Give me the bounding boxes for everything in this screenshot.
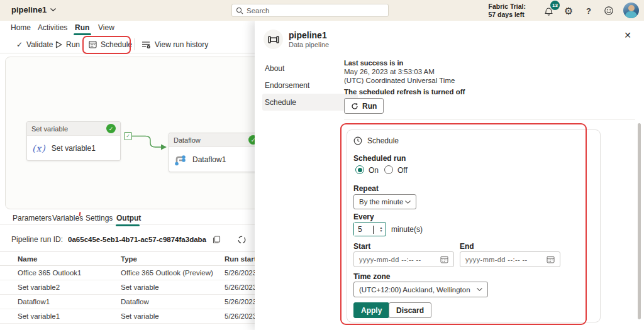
trial-badge: Fabric Trial: 57 days left (488, 3, 526, 18)
settings-button[interactable]: ⚙ (562, 4, 575, 17)
table-header-row: Name Type Run start (0, 251, 255, 266)
cell-name: Set variable1 (18, 312, 60, 320)
calendar-icon[interactable] (440, 255, 448, 263)
tab-output[interactable]: Output (116, 214, 141, 223)
schedule-section-header: Schedule (353, 136, 399, 145)
text-cursor (373, 226, 374, 234)
repeat-value: By the minute (359, 198, 403, 206)
panel-subtitle: Data pipeline (289, 41, 329, 48)
refresh-icon (351, 102, 358, 110)
dataflow-name: Dataflow1 (192, 155, 226, 164)
cell-run-start: 5/26/2023, 3 (225, 312, 255, 320)
nav-about-label: About (265, 64, 284, 73)
activity-runs-table: Name Type Run start Office 365 Outlook1 … (0, 251, 255, 324)
schedule-label: Schedule (101, 40, 132, 49)
calendar-icon[interactable] (547, 255, 555, 263)
global-search[interactable] (231, 4, 389, 17)
schedule-button[interactable]: Schedule (89, 36, 132, 53)
tab-view[interactable]: View (98, 23, 114, 32)
run-id-label: Pipeline run ID: (11, 235, 63, 244)
table-row[interactable]: Dataflow1 Dataflow 5/26/2023, 3 (0, 295, 255, 309)
clock-icon (353, 136, 362, 145)
radio-on[interactable] (355, 165, 364, 174)
tab-activities[interactable]: Activities (38, 23, 67, 32)
timezone-select[interactable]: (UTC+12:00) Auckland, Wellington (353, 282, 488, 297)
end-datetime-field[interactable]: yyyy-mm-dd --:-- -- (460, 251, 560, 267)
view-run-history-button[interactable]: View run history (142, 36, 208, 53)
cell-run-start: 5/26/2023, 3 (225, 283, 255, 291)
tab-parameters[interactable]: Parameters (13, 214, 52, 223)
play-icon (55, 41, 62, 48)
chevron-down-icon (405, 201, 411, 204)
dataflow-header-label: Dataflow (174, 136, 201, 144)
col-type[interactable]: Type (121, 255, 137, 263)
panel-run-label: Run (362, 102, 377, 111)
radio-off[interactable] (384, 165, 393, 174)
nav-schedule-label: Schedule (265, 98, 296, 107)
tab-run[interactable]: Run (75, 23, 89, 32)
timezone-label: Time zone (353, 272, 390, 281)
chevron-down-icon (50, 8, 56, 11)
avatar-face (628, 5, 635, 11)
every-input[interactable]: ▲ ▼ (353, 222, 386, 236)
top-bar: pipeline1 Fabric Trial: 57 days left 13 … (0, 0, 644, 21)
app-title-label: pipeline1 (11, 5, 47, 14)
run-button[interactable]: Run (55, 36, 80, 53)
divider (344, 119, 635, 120)
set-variable-node[interactable]: Set variable ✓ (x) Set variable1 (26, 121, 121, 161)
refresh-icon[interactable] (236, 234, 248, 245)
panel-title: pipeline1 (289, 30, 327, 40)
notifications-button[interactable]: 13 (542, 4, 555, 17)
start-placeholder: yyyy-mm-dd --:-- -- (359, 256, 421, 263)
ribbon-tabs: Home Activities Run View (0, 21, 255, 36)
repeat-label: Repeat (353, 184, 379, 193)
dataflow-node-body: Dataflow1 (169, 147, 262, 172)
trial-line1: Fabric Trial: (488, 3, 526, 11)
dataflow-node[interactable]: Dataflow ✓ Dataflow1 (169, 133, 263, 172)
pipeline-details-panel: pipeline1 Data pipeline ✕ About Endorsem… (255, 21, 644, 330)
panel-scrollbar[interactable] (638, 123, 641, 319)
success-check-icon: ✓ (106, 124, 116, 133)
stepper-down-icon[interactable]: ▼ (380, 229, 383, 233)
set-variable-node-body: (x) Set variable1 (27, 136, 120, 161)
repeat-select[interactable]: By the minute (353, 194, 416, 209)
search-input[interactable] (247, 7, 372, 14)
copy-icon[interactable] (211, 234, 223, 245)
validate-button[interactable]: ✓ Validate (16, 36, 53, 53)
cell-name: Office 365 Outlook1 (18, 269, 81, 277)
app-title[interactable]: pipeline1 (11, 5, 56, 14)
col-name[interactable]: Name (18, 255, 37, 263)
number-stepper[interactable]: ▲ ▼ (377, 223, 386, 236)
panel-run-button[interactable]: Run (344, 98, 384, 114)
toolbar-divider (134, 38, 135, 50)
active-bottom-tab-underline (116, 224, 140, 226)
tab-home[interactable]: Home (11, 23, 31, 32)
apply-button[interactable]: Apply (353, 302, 389, 318)
pipeline-run-id-row: Pipeline run ID: 0a65c45e-5eb1-4b71-ac57… (11, 234, 270, 245)
tab-settings[interactable]: Settings (86, 214, 113, 223)
notification-count-badge: 13 (550, 1, 560, 10)
start-label: Start (353, 242, 370, 251)
radio-on-label: On (369, 166, 379, 175)
start-datetime-field[interactable]: yyyy-mm-dd --:-- -- (353, 251, 454, 267)
table-row[interactable]: Office 365 Outlook1 Office 365 Outlook (… (0, 266, 255, 280)
table-row[interactable]: Set variable1 Set variable 5/26/2023, 3 (0, 309, 255, 324)
last-success-label: Last success is in (344, 59, 403, 67)
avatar-shirt (625, 11, 637, 18)
output-port-check[interactable]: ✓ (124, 132, 132, 140)
col-run-start[interactable]: Run start (225, 255, 255, 263)
timezone-value: (UTC+12:00) Auckland, Wellington (359, 286, 470, 294)
feedback-button[interactable] (602, 4, 615, 17)
schedule-section-label: Schedule (367, 136, 399, 145)
run-id-value: 0a65c45e-5eb1-4b71-ac57-c9874fa3daba (68, 236, 206, 243)
radio-off-label: Off (397, 166, 408, 175)
help-button[interactable]: ? (582, 4, 595, 17)
user-avatar[interactable] (623, 3, 639, 18)
validate-label: Validate (26, 40, 53, 49)
table-row[interactable]: Set variable2 Set variable 5/26/2023, 3 (0, 280, 255, 295)
end-placeholder: yyyy-mm-dd --:-- -- (465, 256, 528, 263)
discard-label: Discard (396, 306, 424, 315)
close-icon[interactable]: ✕ (621, 29, 634, 41)
every-value-input[interactable] (354, 223, 373, 236)
discard-button[interactable]: Discard (389, 302, 431, 318)
